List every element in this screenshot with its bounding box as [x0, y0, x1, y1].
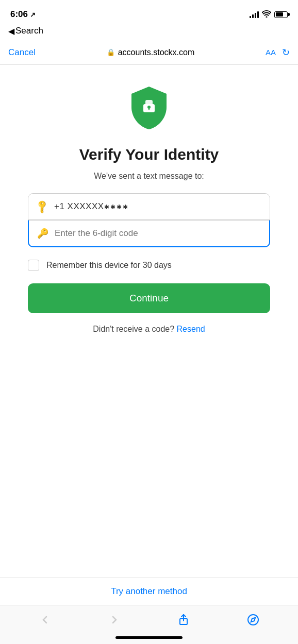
lock-icon: 🔒	[107, 48, 115, 56]
url-text: accounts.stockx.com	[118, 48, 195, 57]
back-button[interactable]	[32, 611, 57, 629]
continue-button[interactable]: Continue	[28, 283, 270, 313]
code-input[interactable]	[55, 228, 261, 239]
browser-toolbar	[0, 605, 298, 632]
refresh-button[interactable]: ↻	[282, 47, 290, 58]
shield-icon	[128, 86, 170, 131]
aa-button[interactable]: AA	[266, 48, 276, 57]
compass-button[interactable]	[241, 611, 266, 629]
try-another-row: Try another method	[0, 578, 298, 605]
back-label: Search	[15, 26, 43, 36]
key-icon: 🔑	[37, 228, 48, 239]
phone-icon: 🔑	[34, 198, 50, 214]
code-input-row[interactable]: 🔑	[28, 220, 270, 247]
input-section: 🔑 +1 XXXXXX✱✱✱✱ 🔑	[28, 193, 270, 247]
status-indicators	[250, 10, 288, 19]
page-title: Verify Your Identity	[79, 146, 219, 163]
bottom-section: Try another method	[0, 578, 298, 644]
back-chevron-icon: ◀	[8, 26, 14, 36]
wifi-icon	[262, 10, 271, 19]
resend-prompt: Didn't receive a code?	[93, 325, 174, 333]
status-bar: 6:06 ↗	[0, 0, 298, 26]
resend-button[interactable]: Resend	[177, 325, 205, 333]
resend-row: Didn't receive a code? Resend	[93, 325, 205, 334]
home-indicator	[0, 632, 298, 644]
remember-device-label: Remember this device for 30 days	[46, 261, 172, 270]
phone-number: +1 XXXXXX✱✱✱✱	[54, 201, 129, 212]
cancel-button[interactable]: Cancel	[8, 47, 36, 58]
home-bar	[115, 636, 183, 639]
location-icon: ↗	[30, 11, 36, 19]
remember-device-row: Remember this device for 30 days	[28, 260, 270, 271]
try-another-button[interactable]: Try another method	[111, 586, 187, 596]
battery-icon	[274, 11, 288, 18]
share-button[interactable]	[171, 611, 196, 629]
url-bar[interactable]: 🔒 accounts.stockx.com	[42, 48, 259, 57]
browser-bar: Cancel 🔒 accounts.stockx.com AA ↻	[0, 40, 298, 65]
status-time: 6:06 ↗	[10, 9, 36, 20]
page-subtitle: We've sent a text message to:	[94, 172, 204, 181]
remember-device-checkbox[interactable]	[28, 260, 39, 271]
svg-point-5	[248, 615, 258, 625]
time-text: 6:06	[10, 9, 28, 20]
signal-icon	[250, 11, 259, 18]
forward-button[interactable]	[102, 611, 127, 629]
svg-rect-3	[148, 108, 150, 110]
phone-row: 🔑 +1 XXXXXX✱✱✱✱	[28, 194, 270, 220]
main-content: Verify Your Identity We've sent a text m…	[0, 65, 298, 344]
nav-back-row: ◀ Search	[0, 26, 298, 40]
